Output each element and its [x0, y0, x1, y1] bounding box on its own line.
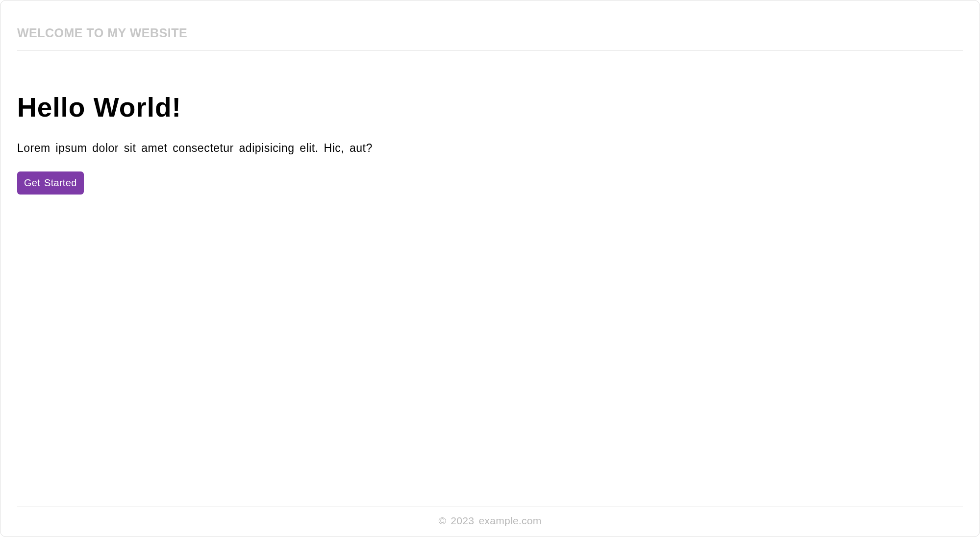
main-content: Hello World! Lorem ipsum dolor sit amet …	[17, 50, 963, 507]
get-started-button[interactable]: Get Started	[17, 171, 84, 195]
page-footer: © 2023 example.com	[17, 507, 963, 537]
header-title: WELCOME TO MY WEBSITE	[17, 26, 963, 40]
main-description: Lorem ipsum dolor sit amet consectetur a…	[17, 142, 963, 155]
main-heading: Hello World!	[17, 92, 963, 123]
footer-text: © 2023 example.com	[17, 515, 963, 527]
page-header: WELCOME TO MY WEBSITE	[17, 0, 963, 50]
